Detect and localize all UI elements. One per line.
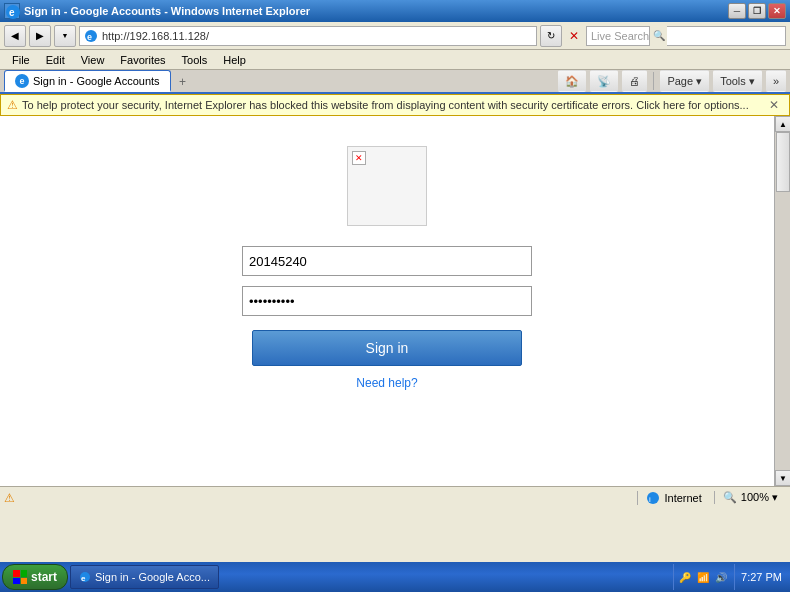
dropdown-button[interactable]: ▼ bbox=[54, 25, 76, 47]
menu-favorites[interactable]: Favorites bbox=[112, 52, 173, 68]
menu-bar: File Edit View Favorites Tools Help bbox=[0, 50, 790, 70]
broken-image-icon: ✕ bbox=[352, 151, 366, 165]
system-tray: 🔑 📶 🔊 bbox=[673, 564, 732, 590]
window-title: Sign in - Google Accounts - Windows Inte… bbox=[24, 5, 310, 17]
restore-button[interactable]: ❐ bbox=[748, 3, 766, 19]
svg-text:e: e bbox=[87, 32, 92, 42]
security-icon: ⚠ bbox=[7, 98, 18, 112]
address-url: http://192.168.11.128/ bbox=[102, 30, 209, 42]
svg-text:i: i bbox=[649, 495, 651, 504]
menu-tools[interactable]: Tools bbox=[174, 52, 216, 68]
login-container: ✕ Sign in Need help? bbox=[237, 136, 537, 390]
feeds-btn[interactable]: 📡 bbox=[590, 70, 618, 92]
title-bar: e Sign in - Google Accounts - Windows In… bbox=[0, 0, 790, 22]
page-menu-btn[interactable]: Page ▾ bbox=[660, 70, 709, 92]
refresh-button[interactable]: ↻ bbox=[540, 25, 562, 47]
toolbar-more-btn[interactable]: » bbox=[766, 70, 786, 92]
content-area: ✕ Sign in Need help? ▲ ▼ bbox=[0, 116, 790, 486]
tray-icon-1: 🔑 bbox=[678, 570, 692, 584]
title-bar-left: e Sign in - Google Accounts - Windows In… bbox=[4, 3, 310, 19]
tab-label: Sign in - Google Accounts bbox=[33, 75, 160, 87]
taskbar: start e Sign in - Google Acco... 🔑 📶 🔊 7… bbox=[0, 562, 790, 592]
zone-label: Internet bbox=[664, 492, 701, 504]
tools-menu-btn[interactable]: Tools ▾ bbox=[713, 70, 762, 92]
home-btn[interactable]: 🏠 bbox=[558, 70, 586, 92]
zoom-label: 100% ▾ bbox=[741, 491, 778, 504]
title-bar-buttons: ─ ❐ ✕ bbox=[728, 3, 786, 19]
address-bar: ◀ ▶ ▼ e http://192.168.11.128/ ↻ ✕ Live … bbox=[0, 22, 790, 50]
security-close-button[interactable]: ✕ bbox=[765, 98, 783, 112]
clock: 7:27 PM bbox=[734, 564, 788, 590]
status-zone: i Internet bbox=[637, 491, 709, 505]
print-btn[interactable]: 🖨 bbox=[622, 70, 647, 92]
security-bar: ⚠ To help protect your security, Interne… bbox=[0, 94, 790, 116]
scroll-down-button[interactable]: ▼ bbox=[775, 470, 790, 486]
search-placeholder: Live Search bbox=[591, 30, 649, 42]
active-tab[interactable]: e Sign in - Google Accounts bbox=[4, 70, 171, 92]
new-tab-button[interactable]: + bbox=[173, 72, 193, 92]
tab-bar: e Sign in - Google Accounts + 🏠 📡 🖨 Page… bbox=[0, 70, 790, 94]
password-input[interactable] bbox=[242, 286, 532, 316]
tray-icon-3: 🔊 bbox=[714, 570, 728, 584]
scrollbar[interactable]: ▲ ▼ bbox=[774, 116, 790, 486]
tab-favicon: e bbox=[15, 74, 29, 88]
menu-file[interactable]: File bbox=[4, 52, 38, 68]
windows-flag-icon bbox=[13, 570, 27, 584]
start-button[interactable]: start bbox=[2, 564, 68, 590]
menu-view[interactable]: View bbox=[73, 52, 113, 68]
sign-in-button[interactable]: Sign in bbox=[252, 330, 522, 366]
taskbar-window-label: Sign in - Google Acco... bbox=[95, 571, 210, 583]
status-bar: ⚠ i Internet 🔍 100% ▾ bbox=[0, 486, 790, 508]
menu-help[interactable]: Help bbox=[215, 52, 254, 68]
username-input[interactable] bbox=[242, 246, 532, 276]
scroll-track[interactable] bbox=[775, 132, 790, 470]
close-button[interactable]: ✕ bbox=[768, 3, 786, 19]
need-help-link[interactable]: Need help? bbox=[356, 376, 417, 390]
back-button[interactable]: ◀ bbox=[4, 25, 26, 47]
search-wrap[interactable]: Live Search 🔍 bbox=[586, 26, 786, 46]
scroll-thumb[interactable] bbox=[776, 132, 790, 192]
taskbar-window-button[interactable]: e Sign in - Google Acco... bbox=[70, 565, 219, 589]
page-content: ✕ Sign in Need help? bbox=[0, 116, 774, 486]
security-message[interactable]: To help protect your security, Internet … bbox=[22, 99, 761, 111]
forward-button[interactable]: ▶ bbox=[29, 25, 51, 47]
address-input-wrap[interactable]: e http://192.168.11.128/ bbox=[79, 26, 537, 46]
status-security-icon: ⚠ bbox=[4, 491, 15, 505]
tray-icon-2: 📶 bbox=[696, 570, 710, 584]
scroll-up-button[interactable]: ▲ bbox=[775, 116, 790, 132]
minimize-button[interactable]: ─ bbox=[728, 3, 746, 19]
svg-text:e: e bbox=[9, 7, 15, 18]
svg-text:e: e bbox=[81, 574, 86, 583]
menu-edit[interactable]: Edit bbox=[38, 52, 73, 68]
logo-box: ✕ bbox=[347, 146, 427, 226]
stop-button[interactable]: ✕ bbox=[565, 25, 583, 47]
start-label: start bbox=[31, 570, 57, 584]
search-button[interactable]: 🔍 bbox=[649, 26, 667, 46]
ie-app-icon: e bbox=[4, 3, 20, 19]
status-zoom[interactable]: 🔍 100% ▾ bbox=[714, 491, 786, 504]
